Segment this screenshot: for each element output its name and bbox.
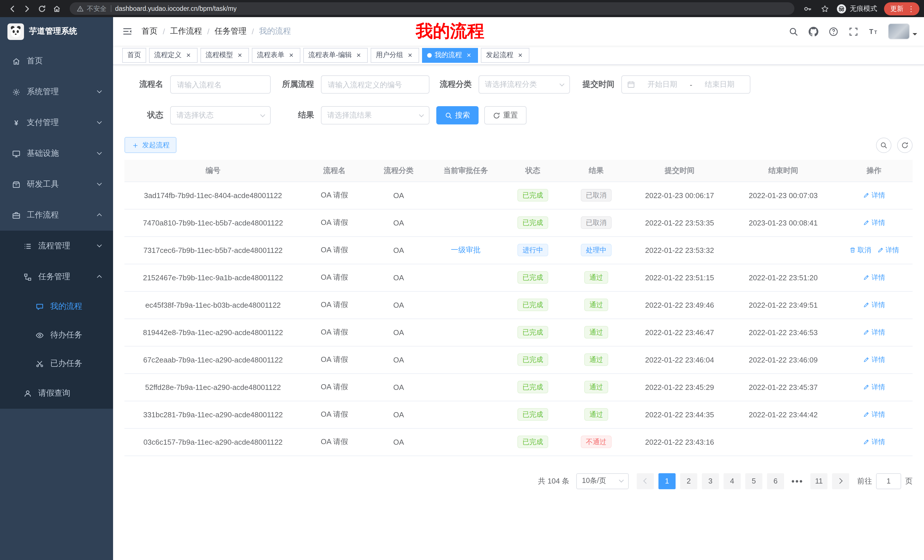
refresh-table-button[interactable] xyxy=(897,137,913,153)
tab-流程表单[interactable]: 流程表单× xyxy=(252,48,300,63)
search-icon[interactable] xyxy=(783,17,804,46)
security-warning[interactable]: 不安全 xyxy=(76,4,106,13)
browser-menu-icon[interactable]: ⋮ xyxy=(906,5,916,12)
page-button-11[interactable]: 11 xyxy=(810,473,828,489)
next-page-button[interactable] xyxy=(832,473,849,489)
home-button-icon[interactable] xyxy=(49,1,64,16)
table-row: 2152467e-7b9b-11ec-9a1b-acde48001122OA 请… xyxy=(124,264,913,291)
sidebar-item-todo-tasks[interactable]: 待办任务 xyxy=(0,321,113,349)
font-size-icon[interactable]: TT xyxy=(864,17,884,46)
goto-page-input[interactable] xyxy=(876,473,901,489)
cell-actions: 详情 xyxy=(836,264,913,291)
submit-time-range-picker[interactable]: 开始日期 - 结束日期 xyxy=(621,75,750,94)
back-icon[interactable] xyxy=(4,1,20,16)
tab-流程表单-编辑[interactable]: 流程表单-编辑× xyxy=(303,48,368,63)
category-select[interactable]: 请选择流程分类 xyxy=(478,75,570,94)
process-name-input[interactable] xyxy=(170,75,271,94)
status-label: 状态 xyxy=(131,110,164,120)
detail-action[interactable]: 详情 xyxy=(863,273,885,282)
detail-action[interactable]: 详情 xyxy=(863,437,885,447)
key-icon[interactable] xyxy=(800,1,815,16)
result-select[interactable]: 请选择流结果 xyxy=(321,106,429,124)
cancel-action[interactable]: 取消 xyxy=(849,245,871,255)
table-row: 03c6c157-7b9a-11ec-a290-acde48001122OA 请… xyxy=(124,428,913,455)
page-button-5[interactable]: 5 xyxy=(745,473,762,489)
active-tab-dot xyxy=(427,53,432,57)
close-icon[interactable]: × xyxy=(236,51,244,59)
close-icon[interactable]: × xyxy=(184,51,192,59)
sidebar-item-done-tasks[interactable]: 已办任务 xyxy=(0,349,113,378)
detail-action[interactable]: 详情 xyxy=(877,245,899,255)
breadcrumb-item[interactable]: 工作流程 xyxy=(170,26,202,36)
chat-icon xyxy=(35,302,45,311)
status-badge: 已完成 xyxy=(518,436,548,448)
user-menu[interactable] xyxy=(888,23,917,39)
page-button-2[interactable]: 2 xyxy=(680,473,697,489)
sidebar-item-infrastructure[interactable]: 基础设施 xyxy=(0,138,113,169)
process-def-input[interactable] xyxy=(321,75,429,94)
sidebar-item-home[interactable]: 首页 xyxy=(0,46,113,76)
table-row: 7317cec6-7b9b-11ec-b5b7-acde48001122OA 请… xyxy=(124,236,913,264)
start-process-button[interactable]: ＋ 发起流程 xyxy=(124,137,177,153)
page-button-6[interactable]: 6 xyxy=(767,473,784,489)
close-icon[interactable]: × xyxy=(516,51,524,59)
tab-我的流程[interactable]: 我的流程× xyxy=(422,48,478,63)
close-icon[interactable]: × xyxy=(465,51,473,59)
pages-ellipsis[interactable]: ●●● xyxy=(789,478,806,484)
bookmark-star-icon[interactable] xyxy=(817,1,832,16)
prev-page-button[interactable] xyxy=(637,473,654,489)
sidebar-item-workflow[interactable]: 工作流程 xyxy=(0,200,113,231)
toggle-search-button[interactable] xyxy=(876,137,891,153)
page-button-4[interactable]: 4 xyxy=(723,473,741,489)
reload-icon[interactable] xyxy=(34,1,49,16)
breadcrumb-item[interactable]: 任务管理 xyxy=(215,26,247,36)
tab-用户分组[interactable]: 用户分组× xyxy=(370,48,419,63)
page-button-3[interactable]: 3 xyxy=(702,473,719,489)
app-logo-row[interactable]: 芋道管理系统 xyxy=(0,17,113,46)
sidebar-item-task-mgmt[interactable]: 任务管理 xyxy=(0,262,113,292)
detail-action[interactable]: 详情 xyxy=(863,410,885,419)
process-table: 编号流程名流程分类当前审批任务状态结果提交时间结束时间操作 3ad174fb-7… xyxy=(124,160,913,456)
sidebar-item-process-mgmt[interactable]: 流程管理 xyxy=(0,231,113,262)
detail-action[interactable]: 详情 xyxy=(863,382,885,392)
page-button-1[interactable]: 1 xyxy=(658,473,676,489)
sidebar-item-devtools[interactable]: 研发工具 xyxy=(0,169,113,200)
result-badge: 已取消 xyxy=(581,216,612,229)
status-select[interactable]: 请选择状态 xyxy=(170,106,271,124)
tab-label: 流程定义 xyxy=(154,50,182,60)
close-icon[interactable]: × xyxy=(287,51,295,59)
address-bar[interactable]: 不安全 dashboard.yudao.iocoder.cn/bpm/task/… xyxy=(70,2,794,15)
incognito-badge: 无痕模式 xyxy=(837,4,877,13)
breadcrumb-item[interactable]: 首页 xyxy=(142,26,158,36)
sidebar-item-my-process[interactable]: 我的流程 xyxy=(0,292,113,321)
content: 流程名 所属流程 流程分类 请选择流程分类 提交时间 开始日期 - 结束日期 xyxy=(113,65,924,560)
task-icon xyxy=(23,273,33,281)
cell-submit-time: 2022-01-22 23:51:15 xyxy=(628,264,731,291)
tab-首页[interactable]: 首页 xyxy=(122,48,146,63)
page-size-select[interactable]: 10条/页 xyxy=(576,473,629,489)
github-icon[interactable] xyxy=(804,17,824,46)
search-button[interactable]: 搜索 xyxy=(436,106,478,124)
sidebar-item-system[interactable]: 系统管理 xyxy=(0,76,113,107)
close-icon[interactable]: × xyxy=(355,51,363,59)
reset-button[interactable]: 重置 xyxy=(484,106,526,124)
cell-status: 已完成 xyxy=(501,346,564,373)
tab-发起流程[interactable]: 发起流程× xyxy=(481,48,530,63)
current-task-link[interactable]: 一级审批 xyxy=(451,246,480,254)
detail-action[interactable]: 详情 xyxy=(863,218,885,228)
detail-action[interactable]: 详情 xyxy=(863,327,885,337)
avatar[interactable] xyxy=(888,23,910,39)
forward-icon[interactable] xyxy=(20,1,34,16)
fullscreen-icon[interactable] xyxy=(843,17,864,46)
detail-action[interactable]: 详情 xyxy=(863,190,885,200)
tab-流程模型[interactable]: 流程模型× xyxy=(201,48,249,63)
detail-action[interactable]: 详情 xyxy=(863,355,885,364)
help-icon[interactable] xyxy=(824,17,843,46)
sidebar-item-payment[interactable]: ¥支付管理 xyxy=(0,107,113,138)
browser-update-button[interactable]: 更新 ⋮ xyxy=(884,2,920,15)
tab-流程定义[interactable]: 流程定义× xyxy=(149,48,198,63)
sidebar-toggle-icon[interactable] xyxy=(113,27,142,36)
detail-action[interactable]: 详情 xyxy=(863,300,885,310)
close-icon[interactable]: × xyxy=(406,51,414,59)
sidebar-item-leave-query[interactable]: 请假查询 xyxy=(0,378,113,409)
